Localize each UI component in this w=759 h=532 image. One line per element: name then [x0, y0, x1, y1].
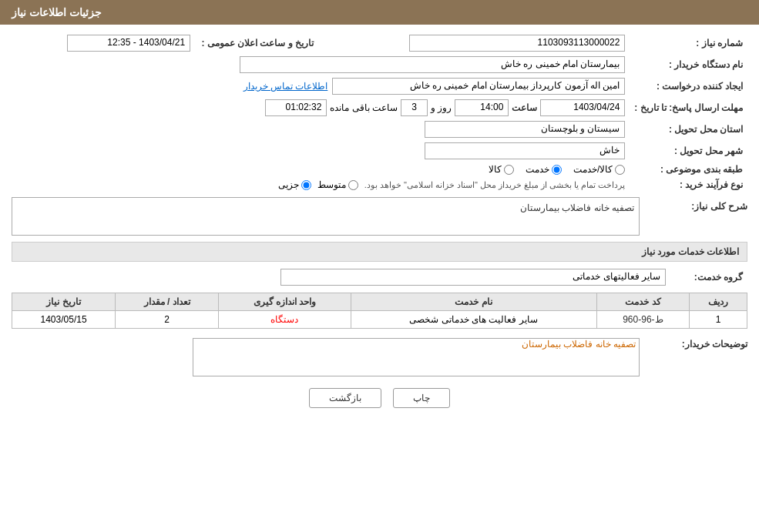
buyer-notes-label: توضیحات خریدار:: [647, 335, 747, 350]
radio-goods-service-label: کالا/خدمت: [573, 164, 613, 175]
need-number-input[interactable]: 1103093113000022: [409, 35, 625, 52]
buyer-notes-container: تصفیه خانه فاضلاب بیمارستان: [193, 335, 640, 376]
need-description-text: تصفیه خانه فاضلاب بیمارستان: [518, 200, 636, 216]
service-group-input[interactable]: سایر فعالیتهای خدماتی: [280, 269, 666, 286]
deadline-time-input[interactable]: 14:00: [455, 99, 509, 116]
service-group-table: گروه خدمت: سایر فعالیتهای خدماتی: [12, 266, 747, 288]
radio-service[interactable]: [552, 165, 562, 175]
buyer-name-label: نام دستگاه خریدار :: [630, 54, 747, 75]
radio-medium-label: متوسط: [317, 179, 346, 190]
process-value: پرداخت تمام یا بخشی از مبلغ خریداز محل "…: [12, 177, 630, 192]
radio-partial[interactable]: [301, 180, 311, 190]
col-header-qty: تعداد / مقدار: [116, 293, 219, 311]
province-input[interactable]: سیستان و بلوچستان: [425, 121, 625, 138]
creator-input[interactable]: امین اله آزمون کارپرداز بیمارستان امام خ…: [332, 78, 625, 95]
radio-service-item: خدمت: [526, 164, 562, 175]
radio-goods-service-item: کالا/خدمت: [573, 164, 625, 175]
services-table: ردیف کد خدمت نام خدمت واحد اندازه گیری ت…: [12, 293, 747, 329]
creator-label: ایجاد کننده درخواست :: [630, 75, 747, 97]
need-description-container: تصفیه خانه فاضلاب بیمارستان: [12, 197, 640, 236]
services-section-header: اطلاعات خدمات مورد نیاز: [12, 242, 747, 262]
radio-service-label: خدمت: [526, 164, 549, 175]
info-table: شماره نیاز : 1103093113000022 تاریخ و سا…: [12, 32, 747, 192]
page-header: جزئیات اطلاعات نیاز: [0, 0, 759, 25]
buyer-name-input[interactable]: بیمارستان امام خمینی ره خاش: [240, 56, 625, 73]
radio-medium-item: متوسط: [317, 179, 358, 190]
page-container: جزئیات اطلاعات نیاز شماره نیاز : 1103093…: [0, 0, 759, 532]
col-header-date: تاریخ نیاز: [12, 293, 116, 311]
announce-value: 1403/04/21 - 12:35: [12, 32, 195, 54]
buyer-notes-box[interactable]: تصفیه خانه فاضلاب بیمارستان: [193, 338, 640, 376]
table-row: 1 ط-96-960 سایر فعالیت های خدماتی شخصی د…: [12, 311, 747, 329]
need-number-value: 1103093113000022: [318, 32, 630, 54]
buyer-notes-text: تصفیه خانه فاضلاب بیمارستان: [519, 336, 639, 353]
city-input[interactable]: خاش: [425, 142, 625, 159]
cell-date: 1403/05/15: [12, 311, 116, 329]
cell-qty: 2: [116, 311, 219, 329]
radio-goods-service[interactable]: [615, 165, 625, 175]
col-header-row: ردیف: [690, 293, 747, 311]
remaining-time-input[interactable]: 01:02:32: [265, 99, 327, 116]
buyer-name-value: بیمارستان امام خمینی ره خاش: [12, 54, 630, 75]
col-header-code: کد خدمت: [596, 293, 690, 311]
deadline-time-label: ساعت: [512, 102, 537, 113]
province-value: سیستان و بلوچستان: [12, 119, 630, 140]
city-value: خاش: [12, 140, 630, 162]
cell-code: ط-96-960: [596, 311, 690, 329]
service-group-label: گروه خدمت:: [670, 266, 747, 288]
process-note: پرداخت تمام یا بخشی از مبلغ خریداز محل "…: [364, 180, 626, 190]
creator-value: امین اله آزمون کارپرداز بیمارستان امام خ…: [12, 75, 630, 97]
announce-input[interactable]: 1403/04/21 - 12:35: [67, 35, 190, 52]
process-label: نوع فرآیند خرید :: [630, 177, 747, 192]
contact-link[interactable]: اطلاعات تماس خریدار: [243, 81, 328, 92]
main-content: شماره نیاز : 1103093113000022 تاریخ و سا…: [0, 25, 759, 423]
cell-row: 1: [690, 311, 747, 329]
response-deadline-label: مهلت ارسال پاسخ: تا تاریخ :: [630, 97, 747, 119]
radio-goods-label: کالا: [489, 164, 502, 175]
deadline-days-input[interactable]: 3: [401, 99, 428, 116]
service-group-value: سایر فعالیتهای خدماتی: [12, 266, 670, 288]
radio-medium[interactable]: [348, 180, 358, 190]
col-header-name: نام خدمت: [351, 293, 596, 311]
province-label: استان محل تحویل :: [630, 119, 747, 140]
deadline-days-label: روز و: [431, 102, 452, 113]
radio-goods[interactable]: [504, 165, 514, 175]
buyer-notes-section: توضیحات خریدار: تصفیه خانه فاضلاب بیمارس…: [12, 335, 747, 376]
need-description-label: شرح کلی نیاز:: [647, 197, 747, 212]
remaining-label: ساعت باقی مانده: [330, 102, 398, 113]
cell-unit: دستگاه: [219, 311, 351, 329]
cell-name: سایر فعالیت های خدماتی شخصی: [351, 311, 596, 329]
response-deadline-value: 1403/04/24 ساعت 14:00 روز و 3 ساعت باقی …: [12, 97, 630, 119]
page-title: جزئیات اطلاعات نیاز: [12, 6, 102, 18]
category-label: طبقه بندی موضوعی :: [630, 162, 747, 177]
need-number-label: شماره نیاز :: [630, 32, 747, 54]
city-label: شهر محل تحویل :: [630, 140, 747, 162]
back-button[interactable]: بازگشت: [309, 388, 381, 408]
need-description-box[interactable]: تصفیه خانه فاضلاب بیمارستان: [12, 197, 640, 236]
category-radios: کالا/خدمت خدمت کالا: [12, 162, 630, 177]
print-button[interactable]: چاپ: [393, 388, 450, 408]
radio-partial-item: جزیی: [278, 179, 311, 190]
radio-partial-label: جزیی: [278, 179, 299, 190]
announce-label: تاریخ و ساعت اعلان عمومی :: [195, 32, 318, 54]
radio-goods-item: کالا: [489, 164, 514, 175]
need-description-section: شرح کلی نیاز: تصفیه خانه فاضلاب بیمارستا…: [12, 197, 747, 236]
deadline-date-input[interactable]: 1403/04/24: [540, 99, 625, 116]
col-header-unit: واحد اندازه گیری: [219, 293, 351, 311]
button-row: چاپ بازگشت: [12, 388, 747, 408]
